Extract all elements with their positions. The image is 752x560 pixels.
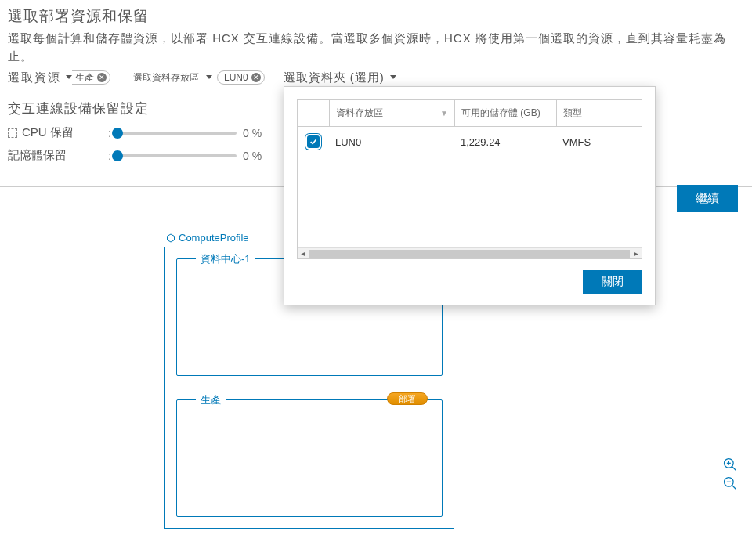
page-description: 選取每個計算和儲存體資源，以部署 HCX 交互連線設備。當選取多個資源時，HCX… [8,30,744,65]
datastore-table: 資料存放區 ▼ 可用的儲存體 (GB) 類型 [297,99,642,259]
column-free-label: 可用的儲存體 (GB) [461,107,540,120]
memory-label: 記憶體保留 [8,148,67,163]
cluster-box[interactable]: 生產 部署 [176,399,443,517]
datacenter-label: 資料中心-1 [196,252,255,266]
resource-chip-label: 生產 [75,71,94,85]
resource-chip[interactable]: 生產 ✕ [72,70,110,85]
horizontal-scrollbar[interactable]: ◄ ► [298,247,642,258]
scroll-track[interactable] [309,250,630,258]
column-checkbox[interactable] [298,100,329,126]
cell-type: VMFS [556,136,642,148]
continue-button[interactable]: 繼續 [677,185,738,212]
row-checkbox[interactable] [307,135,320,148]
cell-free: 1,229.24 [454,136,556,148]
resource-select-row: 選取資源 生產 ✕ 選取資料存放區 LUN0 ✕ 選取資料夾 (選用) [8,70,744,85]
table-header: 資料存放區 ▼ 可用的儲存體 (GB) 類型 [298,100,642,127]
memory-slider[interactable] [118,154,237,157]
select-datastore-button[interactable]: 選取資料存放區 [128,70,204,85]
table-row[interactable]: LUN0 1,229.24 VMFS [298,127,642,157]
slider-thumb[interactable] [112,150,123,161]
column-type-label: 類型 [563,107,582,120]
chevron-down-icon[interactable] [206,75,212,79]
separator: : [108,150,111,162]
column-type[interactable]: 類型 [556,100,631,126]
table-body: LUN0 1,229.24 VMFS [298,127,642,247]
cpu-reservation-row: CPU 保留 : 0 % [8,125,274,140]
select-datastore-label: 選取資料存放區 [133,71,199,85]
chevron-down-icon [390,75,396,79]
select-folder-dropdown[interactable]: 選取資料夾 (選用) [284,70,398,85]
deploy-badge: 部署 [387,392,428,405]
memory-reservation-row: 記憶體保留 : 0 % [8,148,274,163]
close-button[interactable]: 關閉 [583,270,642,294]
select-folder-label: 選取資料夾 (選用) [284,70,385,84]
page-title: 選取部署資源和保留 [8,6,744,27]
column-datastore[interactable]: 資料存放區 ▼ [329,100,454,126]
cluster-label: 生產 [196,393,226,407]
zoom-controls [722,457,738,491]
cpu-slider[interactable] [118,132,237,135]
datastore-chip[interactable]: LUN0 ✕ [217,70,265,85]
slider-thumb[interactable] [112,128,123,139]
separator: : [108,127,111,139]
chevron-down-icon[interactable] [66,75,72,79]
column-datastore-label: 資料存放區 [336,107,383,120]
remove-icon[interactable]: ✕ [97,73,107,82]
datastore-popup: 資料存放區 ▼ 可用的儲存體 (GB) 類型 [284,86,656,305]
cpu-label: CPU 保留 [22,125,74,140]
svg-line-6 [732,486,736,490]
scroll-right-icon[interactable]: ► [631,250,642,258]
zoom-out-icon[interactable] [722,475,738,491]
cell-datastore: LUN0 [329,136,454,148]
scroll-left-icon[interactable]: ◄ [298,250,309,258]
reservation-section-title: 交互連線設備保留設定 [8,99,274,117]
svg-marker-0 [168,234,175,242]
hexagon-icon [166,233,175,243]
datastore-chip-label: LUN0 [224,72,248,83]
zoom-in-icon[interactable] [722,457,738,472]
remove-icon[interactable]: ✕ [251,73,261,82]
filter-icon[interactable]: ▼ [440,109,448,117]
compute-profile-text: ComputeProfile [179,232,249,244]
select-resource-label: 選取資源 [8,70,61,85]
svg-line-2 [732,467,736,471]
column-free[interactable]: 可用的儲存體 (GB) [454,100,556,126]
cpu-icon [8,128,17,138]
memory-value: 0 % [243,150,274,162]
cpu-value: 0 % [243,127,274,139]
